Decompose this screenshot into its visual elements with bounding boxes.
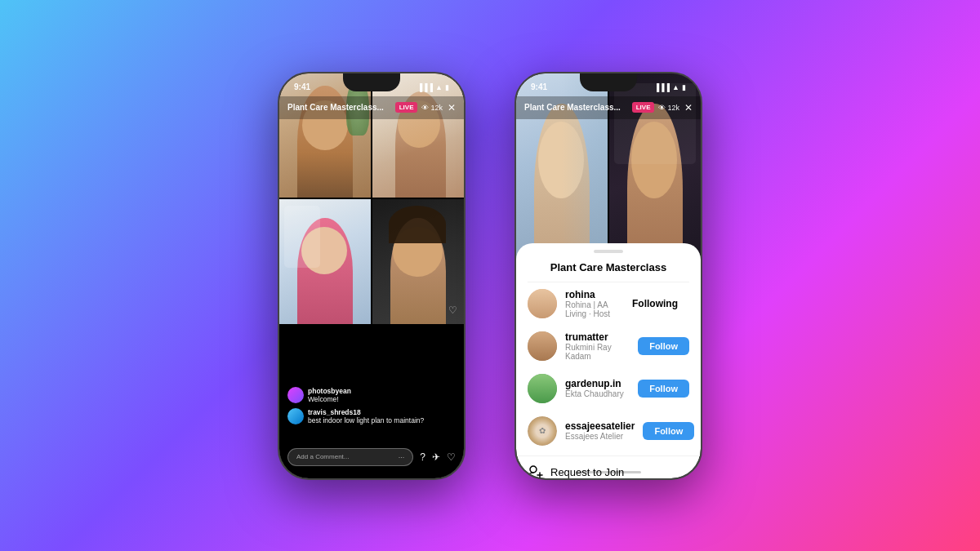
request-join-row[interactable]: Request to Join	[516, 455, 701, 478]
participant-avatar-essajees: ✿	[528, 416, 557, 446]
participant-subtitle-rohina: Rohina | AA Living · Host	[565, 300, 612, 318]
svg-point-0	[530, 466, 537, 473]
viewer-count-2: 👁 12k	[658, 104, 679, 112]
participant-item-essajees: ✿ essajeesatelier Essajees Atelier Follo…	[516, 410, 701, 452]
battery-icon-2: ▮	[682, 83, 686, 91]
phone-2-screen: 9:41 ▐▐▐ ▲ ▮ Plant Care Masterclass... L…	[516, 73, 701, 478]
status-icons-1: ▐▐▐ ▲ ▮	[417, 83, 449, 91]
participant-avatar-rohina	[528, 289, 557, 318]
participant-list: rohina Rohina | AA Living · Host Followi…	[516, 282, 701, 452]
participant-item-gardenup: gardenup.in Ekta Chaudhary Follow	[516, 367, 701, 410]
participant-item-rohina: rohina Rohina | AA Living · Host Followi…	[516, 282, 701, 325]
stream-title-1: Plant Care Masterclass...	[287, 103, 395, 112]
participant-username-rohina: rohina	[565, 289, 612, 300]
participant-avatar-gardenup	[528, 374, 557, 403]
wifi-icon: ▲	[435, 83, 443, 91]
bottom-sheet: Plant Care Masterclass rohina Rohina | A…	[516, 243, 701, 478]
comment-avatar-2	[287, 408, 304, 424]
status-time-1: 9:41	[294, 82, 310, 91]
status-bar-1: 9:41 ▐▐▐ ▲ ▮	[279, 73, 464, 96]
status-time-2: 9:41	[531, 82, 547, 91]
participant-info-essajees: essajeesatelier Essajees Atelier	[565, 420, 635, 441]
phone-1: ♡ 9:41 ▐▐▐ ▲ ▮ Plant Care Masterclass...…	[278, 72, 466, 480]
comment-avatar-1	[287, 387, 304, 403]
live-badge-1: LIVE	[395, 102, 418, 113]
stream-title-2: Plant Care Masterclass...	[524, 103, 632, 112]
live-badge-2: LIVE	[632, 102, 655, 113]
follow-button-gardenup[interactable]: Follow	[638, 380, 689, 398]
wifi-icon-2: ▲	[672, 83, 679, 91]
participant-avatar-trumatter	[528, 331, 557, 361]
send-icon[interactable]: ✈	[432, 451, 440, 463]
participant-subtitle-gardenup: Ekta Chaudhary	[565, 389, 630, 398]
participant-info-rohina: rohina Rohina | AA Living · Host	[565, 289, 612, 318]
bottom-action-icons: ? ✈ ♡	[420, 451, 456, 463]
like-icon[interactable]: ♡	[447, 451, 456, 463]
video-cell-4: ♡	[372, 199, 464, 324]
top-bar-2: Plant Care Masterclass... LIVE 👁 12k ✕	[516, 96, 701, 119]
status-bar-2: 9:41 ▐▐▐ ▲ ▮	[516, 73, 701, 96]
battery-icon: ▮	[445, 83, 449, 91]
close-button-1[interactable]: ✕	[448, 102, 456, 113]
heart-icon: ♡	[448, 304, 457, 316]
comments-section: photosbyean Welcome! travis_shreds18 bes…	[279, 380, 464, 429]
close-button-2[interactable]: ✕	[684, 102, 693, 113]
eye-icon: 👁	[421, 104, 429, 112]
phone-2: 9:41 ▐▐▐ ▲ ▮ Plant Care Masterclass... L…	[514, 72, 702, 480]
request-join-icon	[528, 464, 544, 478]
comment-item-2: travis_shreds18 best indoor low light pl…	[287, 408, 456, 424]
participant-subtitle-trumatter: Rukmini Ray Kadam	[565, 343, 630, 361]
signal-icon-2: ▐▐▐	[654, 83, 670, 91]
comment-item-1: photosbyean Welcome!	[287, 387, 456, 403]
viewer-count-1: 👁 12k	[421, 104, 443, 112]
comment-text-1: photosbyean Welcome!	[308, 387, 351, 403]
top-bar-1: Plant Care Masterclass... LIVE 👁 12k ✕	[279, 96, 464, 119]
participant-username-trumatter: trumatter	[565, 331, 630, 343]
sheet-title: Plant Care Masterclass	[528, 258, 689, 282]
participant-username-gardenup: gardenup.in	[565, 378, 630, 389]
bottom-bar-1: Add a Comment... ··· ? ✈ ♡	[279, 448, 464, 466]
participant-subtitle-essajees: Essajees Atelier	[565, 432, 635, 441]
more-options-icon[interactable]: ···	[399, 453, 405, 461]
comment-text-2: travis_shreds18 best indoor low light pl…	[308, 408, 424, 424]
phone-1-screen: ♡ 9:41 ▐▐▐ ▲ ▮ Plant Care Masterclass...…	[279, 73, 464, 478]
following-button-rohina[interactable]: Following	[621, 294, 689, 313]
video-cell-3	[279, 199, 371, 324]
home-indicator-2	[576, 471, 641, 473]
sheet-handle	[594, 250, 623, 253]
home-indicator-1	[339, 471, 404, 473]
question-icon[interactable]: ?	[420, 451, 425, 463]
participant-item-trumatter: trumatter Rukmini Ray Kadam Follow	[516, 325, 701, 367]
signal-icon: ▐▐▐	[417, 83, 433, 91]
comment-placeholder: Add a Comment...	[296, 453, 349, 460]
participant-username-essajees: essajeesatelier	[565, 420, 635, 432]
comment-input[interactable]: Add a Comment... ···	[287, 448, 413, 466]
status-icons-2: ▐▐▐ ▲ ▮	[654, 83, 686, 91]
follow-button-essajees[interactable]: Follow	[643, 422, 694, 440]
eye-icon-2: 👁	[658, 104, 666, 112]
participant-info-gardenup: gardenup.in Ekta Chaudhary	[565, 378, 630, 398]
follow-button-trumatter[interactable]: Follow	[638, 337, 689, 355]
participant-info-trumatter: trumatter Rukmini Ray Kadam	[565, 331, 630, 361]
